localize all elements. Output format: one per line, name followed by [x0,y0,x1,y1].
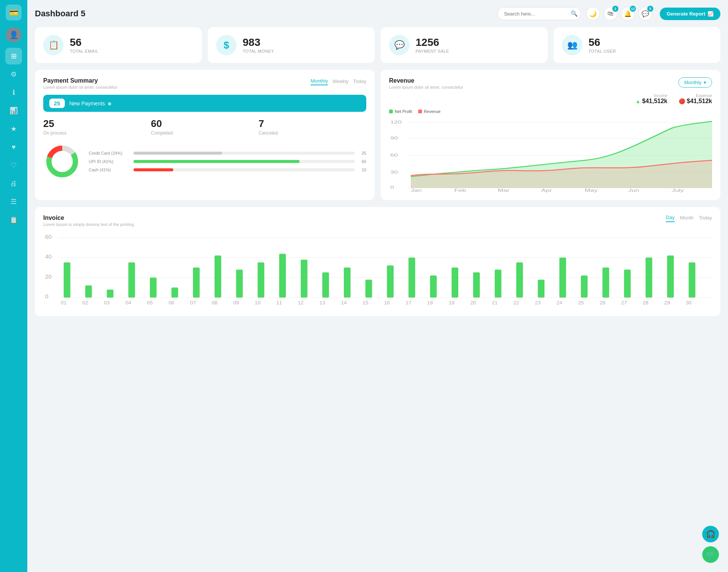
generate-report-button[interactable]: Generate Report 📈 [660,8,720,20]
stat-canceled: 7 Canceled [259,118,366,136]
upi-val: 60 [358,159,366,164]
revenue-monthly-dropdown[interactable]: Monthly ▾ [678,77,712,88]
bell-icon: 🔔 [624,10,632,17]
cart-icon: 🛍 [607,10,613,17]
sidebar-item-analytics[interactable]: 📊 [5,102,22,119]
dark-mode-toggle[interactable]: 🌙 [586,7,600,20]
page-title: Dashboard 5 [35,9,497,19]
tab-today[interactable]: Today [699,215,712,222]
invoice-tabs: Day Month Today [666,215,712,222]
svg-text:15: 15 [362,300,368,306]
cash-bar-fill [133,168,173,171]
search-icon[interactable]: 🔍 [571,10,578,17]
heart-outline-icon: ♡ [11,161,17,169]
svg-text:21: 21 [492,300,497,306]
invoice-section: Invoice Lorem Ipsum is simply dummy text… [35,207,720,316]
svg-rect-48 [473,273,480,298]
svg-text:120: 120 [390,120,402,125]
svg-text:20: 20 [45,273,52,279]
payment-icon-wrap: 💬 [389,35,410,55]
sidebar-item-print[interactable]: 🖨 [5,175,22,192]
star-icon: ★ [11,125,17,133]
svg-rect-51 [538,280,544,298]
cash-val: 10 [358,168,366,172]
upi-bar-fill [133,160,300,163]
svg-rect-31 [107,290,114,298]
canceled-label: Canceled [259,130,366,136]
search-bar: 🔍 [497,7,581,20]
payment-summary-subtitle: Lorem ipsum dolor sit amet, consectetur [43,85,118,89]
sidebar-item-heart2[interactable]: ♡ [5,157,22,174]
svg-rect-53 [581,276,588,298]
sidebar-item-list[interactable]: 📋 [5,212,22,228]
svg-text:30: 30 [390,170,398,175]
sidebar-item-settings[interactable]: ⚙ [5,66,22,83]
income-icon: ▲ [635,98,641,104]
sidebar-item-info[interactable]: ℹ [5,84,22,101]
svg-text:60: 60 [45,234,52,240]
float-buttons: 🎧 🛒 [702,526,719,563]
svg-rect-49 [495,270,502,298]
manage-payment-link[interactable]: Manage payment > [321,101,360,106]
notification-button[interactable]: 🔔 12 [621,7,635,20]
svg-text:0: 0 [45,293,49,299]
headphone-icon: 🎧 [706,530,715,539]
sidebar-item-heart1[interactable]: ♥ [5,139,22,155]
svg-rect-58 [689,262,695,298]
svg-text:01: 01 [61,300,66,306]
payment-sale-number: 1256 [416,37,449,49]
svg-rect-56 [646,257,653,297]
progress-credit-card: Credit Card (24%) 25 [89,151,366,155]
cart-float-btn[interactable]: 🛒 [702,546,719,563]
svg-text:10: 10 [255,300,260,306]
sidebar-item-star[interactable]: ★ [5,121,22,137]
cart-button[interactable]: 🛍 2 [604,7,617,20]
progress-upi: UPI ID (41%) 60 [89,159,366,164]
tab-day[interactable]: Day [666,215,675,222]
sidebar-logo[interactable]: 💳 [6,5,22,20]
credit-card-val: 25 [358,151,366,155]
tab-today[interactable]: Today [353,78,366,85]
income-item: Income ▲ $41,512k [635,93,668,105]
svg-text:04: 04 [126,300,131,306]
svg-text:40: 40 [45,254,52,260]
svg-text:90: 90 [390,136,398,141]
svg-rect-47 [452,268,458,298]
svg-rect-41 [322,273,329,298]
email-icon: 📋 [49,40,59,50]
svg-text:18: 18 [427,300,433,306]
legend-net-profit: Net Profit [389,109,412,114]
payment-tabs: Monthly Weekly Today [311,77,366,85]
svg-text:13: 13 [319,300,325,306]
legend-revenue: Revenue [418,109,441,114]
svg-rect-42 [344,268,351,298]
support-float-btn[interactable]: 🎧 [702,526,719,542]
svg-text:Feb: Feb [454,188,466,193]
total-money-number: 983 [243,37,274,49]
cart-badge: 2 [612,6,618,12]
svg-text:03: 03 [104,300,110,306]
svg-text:28: 28 [643,300,648,306]
sidebar-item-dashboard[interactable]: ⊞ [5,48,22,64]
chat-button[interactable]: 💬 5 [639,7,652,20]
tab-monthly[interactable]: Monthly [311,77,328,85]
tab-weekly[interactable]: Weekly [333,78,348,85]
sidebar-item-menu[interactable]: ☰ [5,193,22,210]
revenue-chart: 120 90 60 30 0 Jan Feb Mar Apr Ma [389,117,712,193]
svg-text:19: 19 [449,300,454,306]
sidebar: 💳 👤 ⊞ ⚙ ℹ 📊 ★ ♥ ♡ 🖨 ☰ 📋 [0,0,27,572]
search-input[interactable] [504,11,568,17]
svg-text:09: 09 [233,300,239,306]
main-content: Dashboard 5 🔍 🌙 🛍 2 🔔 12 💬 5 Generate Re [27,0,728,572]
tab-month[interactable]: Month [680,215,693,222]
payment-summary-card: Payment Summary Lorem ipsum dolor sit am… [35,70,375,200]
info-icon: ℹ [13,88,15,97]
monthly-label: Monthly [684,80,701,85]
stat-on-process: 25 On process [43,118,151,136]
svg-rect-35 [193,268,200,298]
heart-icon: ♥ [12,143,16,151]
cash-label: Cash (41%) [89,168,130,172]
cash-bar-bg [133,168,355,171]
avatar[interactable]: 👤 [6,27,21,42]
donut-chart [43,143,81,180]
